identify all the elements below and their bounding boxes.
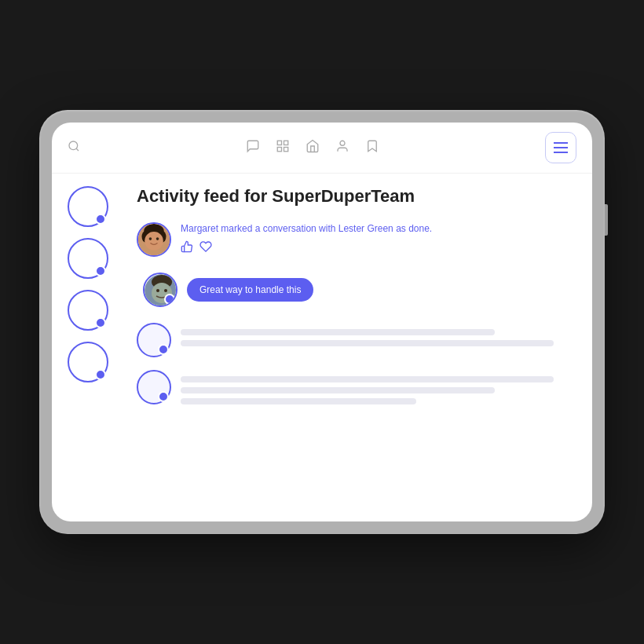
menu-button[interactable] [545, 132, 576, 163]
main-content: Activity feed for SuperDuperTeam [52, 174, 592, 521]
svg-point-6 [340, 141, 345, 145]
feed-area: Activity feed for SuperDuperTeam [130, 174, 592, 521]
placeholder-item-2 [137, 370, 573, 404]
feed-title: Activity feed for SuperDuperTeam [137, 186, 573, 207]
svg-point-16 [156, 237, 159, 240]
placeholder-line [181, 398, 416, 404]
nav-bar [52, 123, 592, 174]
placeholder-item-1 [137, 323, 573, 357]
svg-rect-5 [284, 148, 288, 152]
nav-center [246, 139, 379, 156]
svg-point-0 [69, 141, 78, 150]
svg-point-14 [145, 232, 163, 251]
heart-icon[interactable] [199, 240, 212, 255]
activity-item-1: Margaret marked a conversation with Lest… [137, 222, 573, 257]
activity-1-text: Margaret marked a conversation with Lest… [181, 222, 573, 236]
placeholder-lines-1 [181, 323, 573, 346]
svg-point-20 [156, 289, 159, 292]
placeholder-line [181, 376, 554, 382]
lester-avatar [143, 273, 177, 307]
placeholder-line [181, 329, 495, 335]
activity-1-content: Margaret marked a conversation with Lest… [181, 222, 573, 255]
svg-line-1 [76, 148, 79, 151]
thumbs-up-icon[interactable] [181, 240, 193, 255]
sidebar-avatar-3[interactable] [68, 290, 108, 331]
sidebar-avatar-4[interactable] [68, 342, 108, 382]
svg-point-21 [164, 289, 167, 292]
comment-bubble: Great way to handle this [187, 278, 313, 302]
svg-rect-4 [277, 148, 281, 152]
placeholder-line [181, 387, 495, 393]
svg-point-19 [152, 283, 172, 303]
svg-point-15 [149, 237, 152, 240]
side-button [605, 204, 608, 236]
svg-rect-3 [284, 141, 288, 145]
home-icon[interactable] [306, 139, 320, 156]
activity-1-reactions [181, 240, 573, 255]
tablet-screen: Activity feed for SuperDuperTeam [52, 123, 592, 521]
placeholder-avatar-2 [137, 370, 171, 404]
placeholder-avatar-1 [137, 323, 171, 357]
comment-row-lester: Great way to handle this [143, 273, 573, 307]
nav-left [68, 140, 80, 156]
tablet-device: Activity feed for SuperDuperTeam [39, 110, 605, 534]
placeholder-line [181, 340, 554, 346]
placeholder-lines-2 [181, 370, 573, 404]
margaret-avatar [137, 222, 171, 257]
bookmark-icon[interactable] [365, 139, 379, 156]
search-icon[interactable] [68, 140, 80, 156]
margaret-face [138, 224, 170, 255]
grid-icon[interactable] [276, 139, 290, 156]
chat-icon[interactable] [246, 139, 260, 156]
user-icon[interactable] [335, 139, 349, 156]
svg-rect-2 [277, 141, 281, 145]
sidebar [52, 174, 130, 521]
sidebar-avatar-1[interactable] [68, 186, 108, 227]
nav-right [545, 132, 576, 163]
sidebar-avatar-2[interactable] [68, 238, 108, 279]
